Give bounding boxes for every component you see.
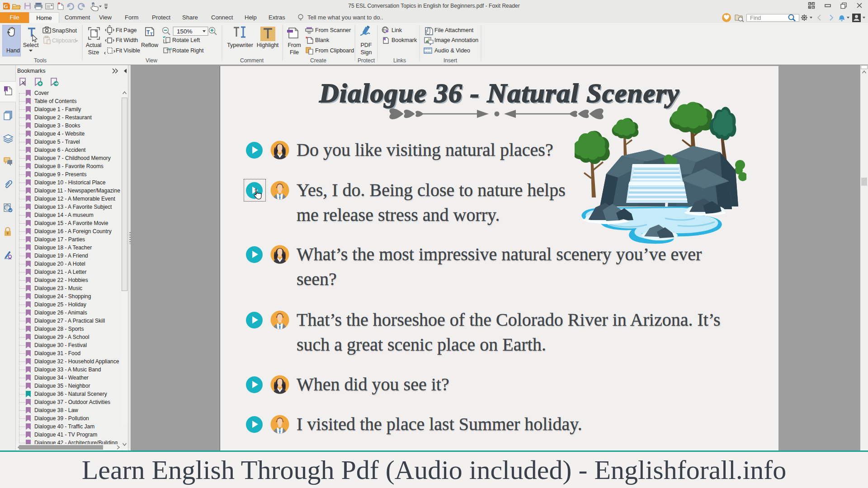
svg-text:Select: Select [23, 42, 39, 48]
svg-text:Link: Link [392, 27, 402, 33]
svg-text:G: G [4, 3, 8, 9]
svg-text:From Clipboard: From Clipboard [315, 47, 354, 54]
svg-text:Fit Width: Fit Width [116, 37, 138, 43]
svg-text:File Attachment: File Attachment [434, 27, 474, 33]
svg-text:Audio & Video: Audio & Video [434, 47, 470, 54]
svg-text:SnapShot: SnapShot [52, 28, 77, 34]
svg-text:From Scanner: From Scanner [315, 27, 351, 33]
svg-text:Rotate Right: Rotate Right [172, 47, 204, 54]
svg-text:PDF: PDF [361, 42, 372, 48]
svg-text:Fit Visible: Fit Visible [116, 47, 140, 54]
svg-text:File: File [290, 49, 299, 56]
svg-text:Image Annotation: Image Annotation [434, 37, 478, 43]
svg-text:Size: Size [88, 49, 99, 56]
svg-text:150%: 150% [177, 28, 193, 35]
svg-text:Find: Find [750, 15, 761, 21]
svg-text:Typewriter: Typewriter [227, 42, 253, 48]
svg-text:Blank: Blank [315, 37, 330, 43]
svg-text:Actual: Actual [86, 42, 102, 48]
svg-text:Hand: Hand [6, 47, 20, 54]
svg-text:From: From [288, 42, 301, 48]
svg-text:Bookmark: Bookmark [392, 37, 417, 43]
svg-text:Rotate Left: Rotate Left [172, 37, 200, 43]
svg-text:Highlight: Highlight [257, 42, 279, 48]
svg-text:T: T [150, 32, 153, 36]
svg-text:Sign: Sign [360, 49, 372, 56]
svg-text:Fit Page: Fit Page [116, 27, 137, 33]
svg-text:T: T [146, 29, 150, 36]
svg-text:Clipboard: Clipboard [52, 38, 76, 44]
svg-text:Reflow: Reflow [141, 42, 159, 48]
svg-text:*: * [306, 36, 308, 41]
